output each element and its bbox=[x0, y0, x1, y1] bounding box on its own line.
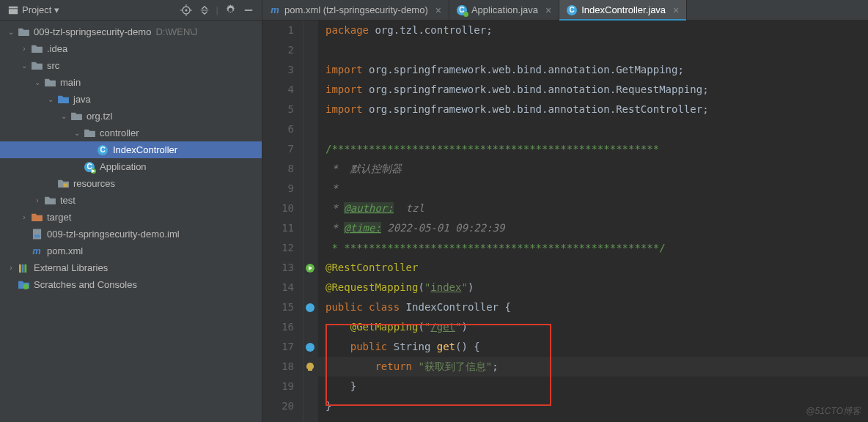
chevron-down-icon: ⌄ bbox=[73, 129, 81, 137]
close-icon[interactable]: × bbox=[435, 4, 441, 16]
tree-scratches[interactable]: Scratches and Consoles bbox=[0, 276, 262, 293]
code-editor[interactable]: 1234567891011121314151617181920 package … bbox=[262, 21, 868, 422]
tree-resources[interactable]: resources bbox=[0, 175, 262, 192]
close-icon[interactable]: × bbox=[673, 4, 679, 16]
class-icon: ▶C bbox=[84, 162, 95, 172]
svg-rect-13 bbox=[18, 264, 21, 272]
chevron-down-icon: ⌄ bbox=[21, 62, 28, 70]
chevron-down-icon: ⌄ bbox=[34, 78, 41, 86]
sidebar-title: Project bbox=[22, 4, 51, 15]
project-icon bbox=[8, 5, 18, 15]
class-icon: C bbox=[567, 5, 577, 15]
svg-rect-1 bbox=[9, 9, 18, 14]
tree-application[interactable]: ▶CApplication bbox=[0, 158, 262, 175]
class-icon: C bbox=[98, 145, 108, 155]
gutter-icons bbox=[304, 21, 318, 422]
chevron-right-icon: › bbox=[21, 45, 28, 53]
chevron-down-icon: ⌄ bbox=[60, 112, 67, 120]
chevron-right-icon: › bbox=[21, 213, 28, 221]
endpoint-icon[interactable] bbox=[305, 342, 315, 352]
maven-icon: m bbox=[32, 245, 41, 256]
code-content[interactable]: package org.tzl.controller; import org.s… bbox=[318, 21, 868, 422]
tree-idea[interactable]: ›.idea bbox=[0, 40, 262, 57]
svg-rect-12 bbox=[34, 234, 39, 237]
tree-iml[interactable]: 009-tzl-springsecurity-demo.iml bbox=[0, 226, 262, 243]
tree-indexcontroller[interactable]: CIndexController bbox=[0, 141, 262, 158]
svg-point-18 bbox=[306, 303, 315, 312]
gear-icon[interactable] bbox=[225, 4, 236, 15]
project-tree: ⌄009-tzl-springsecurity-demoD:\WEN\J ›.i… bbox=[0, 21, 262, 293]
editor-tabs: mpom.xml (tzl-springsecurity-demo)× CApp… bbox=[262, 0, 868, 21]
locate-icon[interactable] bbox=[180, 4, 192, 16]
tree-orgtzl[interactable]: ⌄org.tzl bbox=[0, 108, 262, 125]
endpoint-icon[interactable] bbox=[305, 303, 315, 313]
close-icon[interactable]: × bbox=[545, 4, 551, 16]
collapse-icon[interactable] bbox=[199, 5, 210, 15]
tree-java[interactable]: ⌄java bbox=[0, 91, 262, 108]
tab-application[interactable]: CApplication.java× bbox=[449, 0, 559, 20]
svg-point-3 bbox=[185, 9, 187, 11]
chevron-right-icon: › bbox=[7, 264, 15, 272]
chevron-down-icon: ⌄ bbox=[47, 95, 54, 103]
bulb-icon[interactable] bbox=[305, 362, 315, 372]
tree-controller[interactable]: ⌄controller bbox=[0, 125, 262, 141]
tab-indexcontroller[interactable]: CIndexController.java× bbox=[559, 0, 687, 20]
tree-main[interactable]: ⌄main bbox=[0, 74, 262, 91]
tab-pom[interactable]: mpom.xml (tzl-springsecurity-demo)× bbox=[262, 0, 449, 20]
project-sidebar: Project ▾ | ⌄009-tzl-springsecurity-demo… bbox=[0, 0, 262, 422]
svg-rect-14 bbox=[21, 264, 23, 272]
divider: | bbox=[216, 4, 218, 15]
svg-rect-9 bbox=[245, 10, 253, 11]
tree-src[interactable]: ⌄src bbox=[0, 57, 262, 74]
chevron-right-icon: › bbox=[34, 196, 41, 204]
run-icon[interactable] bbox=[305, 263, 315, 273]
library-icon bbox=[18, 263, 29, 273]
svg-point-16 bbox=[23, 284, 28, 289]
scratches-icon bbox=[18, 280, 29, 289]
tree-test[interactable]: ›test bbox=[0, 192, 262, 209]
sidebar-header: Project ▾ | bbox=[0, 0, 262, 21]
class-icon: C bbox=[457, 5, 467, 15]
tree-root[interactable]: ⌄009-tzl-springsecurity-demoD:\WEN\J bbox=[0, 23, 262, 40]
tree-pom[interactable]: mpom.xml bbox=[0, 243, 262, 259]
svg-rect-15 bbox=[24, 264, 26, 272]
svg-rect-10 bbox=[63, 184, 67, 188]
chevron-down-icon: ⌄ bbox=[7, 28, 15, 36]
tree-target[interactable]: ›target bbox=[0, 209, 262, 226]
editor-area: mpom.xml (tzl-springsecurity-demo)× CApp… bbox=[262, 0, 868, 422]
hide-icon[interactable] bbox=[243, 5, 254, 15]
svg-rect-0 bbox=[9, 6, 18, 8]
dropdown-icon[interactable]: ▾ bbox=[54, 4, 59, 15]
svg-rect-11 bbox=[32, 229, 40, 240]
maven-icon: m bbox=[270, 5, 280, 15]
tree-extlib[interactable]: ›External Libraries bbox=[0, 259, 262, 276]
line-numbers: 1234567891011121314151617181920 bbox=[262, 21, 304, 422]
svg-point-19 bbox=[306, 343, 315, 352]
